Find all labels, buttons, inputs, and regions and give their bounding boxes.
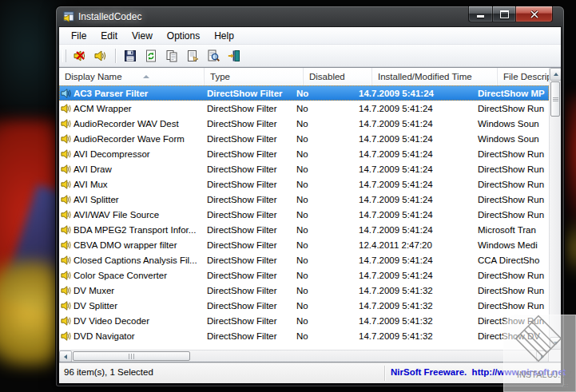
table-row[interactable]: Color Space Converter DirectShow Filter … [59, 267, 549, 283]
cell-time: 14.7.2009 5:41:24 [353, 225, 472, 235]
cell-display-name: AVI Splitter [73, 195, 198, 204]
arrow-left-icon [64, 354, 67, 359]
scroll-left-button[interactable] [59, 350, 72, 362]
cell-file-description: Windows Medi [472, 240, 549, 250]
exit-door-icon [228, 49, 240, 62]
cell-file-description: DirectShow Run [472, 301, 549, 311]
properties-icon [186, 49, 199, 62]
status-pane-divider [384, 366, 385, 381]
cell-display-name: AVI Decompressor [73, 149, 198, 159]
table-row[interactable]: DV Splitter DirectShow Filter No 14.7.20… [59, 298, 549, 313]
table-row[interactable]: BDA MPEG2 Transport Infor... DirectShow … [59, 222, 549, 237]
table-row[interactable]: AVI Mux DirectShow Filter No 14.7.2009 5… [59, 176, 549, 192]
toolbar [59, 45, 561, 67]
properties-button[interactable] [183, 47, 202, 65]
codec-list: Display Name Type Disabled Installed/Mod… [59, 67, 561, 362]
cell-disabled: No [291, 301, 353, 311]
cell-file-description: DirectShow MP [472, 89, 549, 98]
enable-selected-button[interactable] [91, 47, 110, 65]
cell-display-name: ACM Wrapper [73, 104, 198, 113]
cell-disabled: No [291, 255, 353, 265]
cell-file-description: CCA DirectSho [472, 255, 549, 265]
status-bar: 96 item(s), 1 Selected NirSoft Freeware.… [59, 362, 561, 383]
close-icon [530, 10, 539, 18]
horizontal-scroll-thumb[interactable] [73, 351, 190, 361]
cell-display-name: AVI Mux [73, 180, 198, 189]
refresh-button[interactable] [141, 47, 161, 65]
find-button[interactable] [204, 47, 223, 65]
cell-display-name: DV Muxer [73, 286, 198, 295]
cell-display-name: Color Space Converter [73, 271, 198, 280]
table-row[interactable]: AudioRecorder Wave Form DirectShow Filte… [59, 131, 549, 146]
window-title: InstalledCodec [78, 11, 141, 22]
table-row[interactable]: Closed Captions Analysis Fil... DirectSh… [59, 252, 549, 267]
menu-view[interactable]: View [125, 29, 160, 43]
cell-file-description: DirectShow Run [472, 164, 549, 174]
cell-type: DirectShow Filter [198, 301, 291, 311]
app-window: InstalledCodec File Edit View Options [56, 6, 564, 386]
cell-time: 14.7.2009 5:41:24 [353, 210, 472, 220]
column-header-disabled[interactable]: Disabled [304, 68, 372, 85]
horizontal-scrollbar[interactable] [59, 350, 549, 362]
table-row[interactable]: DV Video Decoder DirectShow Filter No 14… [59, 313, 549, 328]
sort-ascending-icon [143, 75, 149, 78]
cell-file-description: DirectShow Run [472, 180, 549, 189]
table-row[interactable]: AVI/WAV File Source DirectShow Filter No… [59, 207, 549, 222]
cell-type: DirectShow Filter [198, 195, 291, 204]
window-client-area: File Edit View Options Help [59, 27, 561, 383]
column-header-time[interactable]: Installed/Modified Time [372, 68, 498, 85]
table-row[interactable]: AVI Draw DirectShow Filter No 14.7.2009 … [59, 161, 549, 176]
speaker-icon [59, 179, 73, 190]
cell-file-description: Windows Soun [472, 134, 549, 144]
close-button[interactable] [515, 6, 553, 22]
maximize-button[interactable] [492, 6, 515, 22]
vertical-scroll-thumb[interactable] [550, 81, 560, 117]
table-row[interactable]: AudioRecorder WAV Dest DirectShow Filter… [59, 116, 549, 131]
arrow-up-icon [554, 73, 558, 76]
cell-disabled: No [291, 271, 353, 280]
menu-file[interactable]: File [64, 29, 93, 43]
cell-type: DirectShow Filter [198, 164, 291, 174]
table-row[interactable]: AVI Splitter DirectShow Filter No 14.7.2… [59, 192, 549, 207]
cell-disabled: No [291, 210, 353, 220]
minimize-button[interactable] [468, 6, 492, 22]
table-row[interactable]: AVI Decompressor DirectShow Filter No 14… [59, 146, 549, 161]
save-button[interactable] [121, 47, 140, 65]
cell-type: DirectShow Filter [198, 316, 291, 326]
speaker-icon [59, 88, 73, 99]
cell-file-description: DirectShow Run [472, 210, 549, 220]
table-row[interactable]: DVD Navigator DirectShow Filter No 14.7.… [59, 328, 549, 343]
desktop: InstalledCodec File Edit View Options [0, 0, 576, 392]
cell-disabled: No [291, 89, 353, 98]
cell-time: 14.7.2009 5:41:24 [353, 134, 472, 144]
cell-type: DirectShow Filter [198, 104, 291, 113]
cell-type: DirectShow Filter [198, 180, 291, 189]
disable-selected-button[interactable] [70, 47, 89, 65]
speaker-icon [59, 209, 73, 220]
menu-edit[interactable]: Edit [93, 29, 125, 43]
cell-type: DirectShow Filter [198, 149, 291, 159]
column-header-type[interactable]: Type [205, 68, 304, 85]
speaker-icon [59, 240, 73, 251]
speaker-icon [59, 148, 73, 160]
table-row[interactable]: ACM Wrapper DirectShow Filter No 14.7.20… [59, 101, 549, 116]
menu-options[interactable]: Options [160, 29, 207, 43]
speaker-icon [59, 133, 73, 145]
table-row[interactable]: CBVA DMO wrapper filter DirectShow Filte… [59, 237, 549, 252]
cell-time: 14.7.2009 5:41:24 [353, 149, 472, 159]
cell-time: 14.7.2009 5:41:24 [353, 180, 472, 189]
column-header-display-name[interactable]: Display Name [59, 68, 205, 85]
table-row[interactable]: DV Muxer DirectShow Filter No 14.7.2009 … [59, 283, 549, 298]
column-header-file-description[interactable]: File Description [498, 68, 549, 85]
title-bar[interactable]: InstalledCodec [56, 6, 564, 27]
table-row[interactable]: AC3 Parser Filter DirectShow Filter No 1… [59, 85, 549, 101]
exit-button[interactable] [224, 47, 244, 65]
cell-time: 14.7.2009 5:41:32 [353, 316, 472, 326]
vertical-scrollbar[interactable] [549, 68, 561, 350]
scroll-up-button[interactable] [550, 68, 561, 81]
copy-button[interactable] [162, 47, 181, 65]
cell-disabled: No [291, 180, 353, 189]
watermark-dots: .:: [562, 382, 569, 388]
menu-help[interactable]: Help [207, 29, 241, 43]
cell-disabled: No [291, 225, 353, 235]
